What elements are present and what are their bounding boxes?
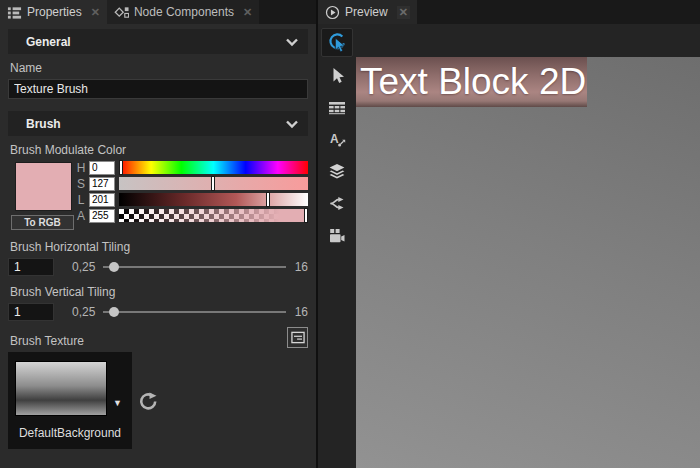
lightness-value-input[interactable] (89, 193, 115, 207)
camera-tool-button[interactable] (322, 222, 352, 249)
tab-preview-label: Preview (345, 5, 388, 19)
swatch-column: To RGB (8, 161, 76, 230)
saturation-value-input[interactable] (89, 177, 115, 191)
grid-icon (328, 101, 346, 115)
preview-content: Text Block 2D (356, 24, 700, 468)
interaction-cursor-icon (327, 33, 347, 53)
v-tiling-min: 0,25 (72, 305, 95, 319)
preview-top-strip (356, 24, 700, 57)
h-tiling-min: 0,25 (72, 260, 95, 274)
alpha-gradient-overlay (119, 209, 308, 222)
pointer-icon (329, 67, 346, 84)
alpha-value-input[interactable] (89, 209, 115, 223)
h-tiling-max: 16 (295, 260, 308, 274)
v-tiling-label: Brush Vertical Tiling (10, 285, 306, 299)
tab-properties-close-icon[interactable]: ✕ (91, 6, 100, 19)
saturation-slider[interactable] (119, 177, 308, 190)
h-tiling-label: Brush Horizontal Tiling (10, 240, 306, 254)
texture-thumbnail[interactable] (15, 361, 107, 416)
preview-play-icon (325, 5, 340, 20)
saturation-marker[interactable] (211, 176, 215, 191)
texture-browser-button[interactable] (287, 327, 308, 348)
properties-list-icon (7, 5, 22, 20)
v-tiling-max: 16 (295, 305, 308, 319)
h-tiling-track (103, 266, 285, 268)
preview-tabbar: Preview ✕ (318, 0, 700, 24)
preview-body: A (318, 24, 700, 468)
select-pointer-tool-button[interactable] (322, 62, 352, 89)
brush-texture-header: Brush Texture (8, 327, 308, 348)
v-tiling-track (103, 311, 285, 313)
text-tool-button[interactable]: A (322, 126, 352, 153)
h-tiling-input[interactable] (8, 258, 54, 276)
interaction-tool-button[interactable] (321, 28, 353, 57)
tab-properties[interactable]: Properties ✕ (0, 0, 107, 24)
text-node-icon: A (329, 131, 346, 148)
alpha-marker[interactable] (304, 208, 308, 223)
color-editor: To RGB H S (8, 161, 308, 230)
h-tiling-handle[interactable] (109, 262, 119, 272)
properties-content: General Name Brush Brush Modulate Color … (0, 24, 316, 468)
brush-texture-field: ▼ DefaultBackground (8, 352, 308, 449)
preview-panel: Preview ✕ (318, 0, 700, 468)
brush-modulate-color-label: Brush Modulate Color (10, 143, 306, 157)
h-tiling-slider[interactable] (103, 261, 285, 273)
section-brush[interactable]: Brush (8, 111, 308, 136)
to-rgb-button[interactable]: To RGB (11, 215, 74, 230)
texture-panel-icon (291, 331, 305, 344)
alpha-letter: A (76, 209, 86, 223)
texture-name: DefaultBackground (11, 425, 129, 441)
chevron-down-icon (285, 119, 299, 129)
app-window: Properties ✕ Node Components ✕ General (0, 0, 700, 468)
go-to-resource-icon[interactable] (139, 392, 158, 411)
left-tabbar: Properties ✕ Node Components ✕ (0, 0, 316, 24)
hue-slider[interactable] (119, 161, 308, 174)
tab-preview[interactable]: Preview ✕ (318, 0, 417, 24)
color-swatch[interactable] (15, 162, 72, 211)
hsla-channels: H S L (76, 161, 308, 230)
lightness-marker[interactable] (266, 192, 270, 207)
lightness-row: L (76, 193, 308, 206)
preview-toolbar: A (318, 24, 356, 468)
branch-arrows-icon (329, 195, 346, 212)
properties-panel: Properties ✕ Node Components ✕ General (0, 0, 318, 468)
tab-properties-label: Properties (27, 5, 82, 19)
alpha-row: A (76, 209, 308, 222)
tab-node-components-close-icon[interactable]: ✕ (243, 6, 252, 19)
hue-marker[interactable] (119, 160, 123, 175)
tab-node-components[interactable]: Node Components ✕ (107, 0, 259, 24)
node-components-icon (114, 5, 129, 20)
saturation-letter: S (76, 177, 86, 191)
section-general[interactable]: General (8, 29, 308, 54)
texture-dropdown-icon[interactable]: ▼ (113, 399, 122, 416)
v-tiling-slider[interactable] (103, 306, 285, 318)
grid-view-tool-button[interactable] (322, 94, 352, 121)
layers-tool-button[interactable] (322, 158, 352, 185)
lightness-slider[interactable] (119, 193, 308, 206)
name-input[interactable] (8, 79, 308, 99)
alpha-slider[interactable] (119, 209, 308, 222)
tab-node-components-label: Node Components (134, 5, 234, 19)
name-label: Name (10, 61, 306, 75)
brush-texture-label: Brush Texture (10, 334, 84, 348)
branch-tool-button[interactable] (322, 190, 352, 217)
hue-letter: H (76, 161, 86, 175)
section-general-title: General (26, 35, 71, 49)
texture-thumb-row: ▼ (11, 361, 129, 416)
camera-icon (328, 228, 346, 244)
hue-row: H (76, 161, 308, 174)
texture-item[interactable]: ▼ DefaultBackground (8, 352, 132, 449)
h-tiling-row: 0,25 16 (8, 258, 308, 276)
text-block-2d-node[interactable]: Text Block 2D (356, 57, 587, 107)
chevron-down-icon (285, 37, 299, 47)
v-tiling-handle[interactable] (109, 307, 119, 317)
layers-icon (328, 163, 346, 180)
svg-text:A: A (330, 132, 339, 146)
section-brush-title: Brush (26, 117, 61, 131)
tab-preview-close-icon[interactable]: ✕ (397, 6, 410, 19)
saturation-row: S (76, 177, 308, 190)
preview-canvas[interactable]: Text Block 2D (356, 57, 700, 468)
hue-value-input[interactable] (89, 161, 115, 175)
v-tiling-input[interactable] (8, 303, 54, 321)
lightness-letter: L (76, 193, 86, 207)
